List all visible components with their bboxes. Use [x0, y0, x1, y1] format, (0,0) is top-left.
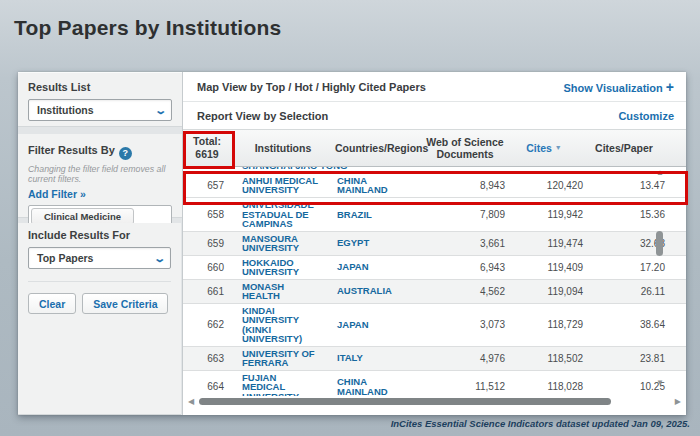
table-body: SHANGHAI JIAO TONG 657ANHUI MEDICAL UNIV…: [183, 167, 686, 396]
results-list-dropdown[interactable]: Institutions ⌄: [28, 99, 172, 121]
rank-number: 657: [183, 180, 231, 191]
horizontal-scrollbar: ◀ ▶: [183, 395, 686, 408]
column-header-cites-per-paper: Cites/Paper: [583, 142, 665, 154]
results-list-value: Institutions: [37, 104, 94, 116]
filter-section: Filter Results By? Changing the filter f…: [18, 134, 182, 218]
include-results-section: Include Results For Top Papers ⌄ Clear S…: [18, 223, 181, 415]
vertical-scrollbar-thumb[interactable]: [656, 231, 663, 256]
help-icon[interactable]: ?: [119, 147, 132, 160]
include-results-label: Include Results For: [28, 229, 171, 241]
rank-number: 664: [183, 381, 231, 392]
horizontal-scroll-left-arrow[interactable]: ◀: [183, 397, 199, 406]
map-view-label: Map View by Top / Hot / Highly Cited Pap…: [197, 81, 426, 93]
rank-number: 661: [183, 286, 231, 297]
filter-note: Changing the filter field removes all cu…: [28, 164, 168, 184]
table-row-664: 664FUJIAN MEDICAL UNIVERSITYCHINA MAINLA…: [183, 370, 686, 397]
main-content: Map View by Top / Hot / Highly Cited Pap…: [183, 72, 686, 415]
institution-link[interactable]: MONASH HEALTH: [231, 282, 335, 301]
documents-value: 6,943: [425, 262, 505, 273]
country-link[interactable]: EGYPT: [335, 238, 425, 248]
cites-value: 119,474: [505, 238, 583, 249]
rank-number: 659: [183, 238, 231, 249]
table-row-659: 659MANSOURA UNIVERSITYEGYPT3,661119,4743…: [183, 231, 686, 255]
include-results-value: Top Papers: [37, 252, 93, 264]
save-criteria-button[interactable]: Save Criteria: [82, 293, 168, 314]
cites-per-paper-value: 26.11: [583, 286, 665, 297]
page-title: Top Papers by Institutions: [14, 16, 281, 40]
documents-value: 8,943: [425, 180, 505, 191]
cites-per-paper-value: 15.36: [583, 209, 665, 220]
country-link[interactable]: JAPAN: [335, 262, 425, 272]
institution-link[interactable]: KINDAI UNIVERSITY (KINKI UNIVERSITY): [231, 306, 335, 344]
cites-value: 119,942: [505, 209, 583, 220]
content-panel: Results List Institutions ⌄ Filter Resul…: [18, 72, 686, 415]
cites-value: 120,420: [505, 180, 583, 191]
add-filter-link[interactable]: Add Filter »: [28, 188, 86, 200]
documents-value: 11,512: [425, 381, 505, 392]
column-header-documents: Web of Science Documents: [425, 136, 505, 160]
cites-value: 118,502: [505, 353, 583, 364]
filter-results-label: Filter Results By: [28, 144, 115, 156]
institution-link[interactable]: MANSOURA UNIVERSITY: [231, 234, 335, 253]
rank-number: 662: [183, 319, 231, 330]
cites-per-paper-value: 17.20: [583, 262, 665, 273]
results-list-label: Results List: [28, 81, 172, 93]
institution-link[interactable]: UNIVERSITY OF FERRARA: [231, 349, 335, 368]
sidebar: Results List Institutions ⌄ Filter Resul…: [18, 72, 183, 415]
column-header-institutions: Institutions: [231, 142, 335, 154]
cites-per-paper-value: 13.47: [583, 180, 665, 191]
filter-tag-clinical-medicine[interactable]: Clinical Medicine: [31, 208, 134, 225]
cites-per-paper-value: 38.64: [583, 319, 665, 330]
clear-button[interactable]: Clear: [28, 293, 76, 314]
total-count: Total:6619: [183, 135, 231, 161]
rank-number: 660: [183, 262, 231, 273]
country-link[interactable]: CHINA MAINLAND: [335, 377, 425, 396]
country-link[interactable]: AUSTRALIA: [335, 286, 425, 296]
sort-descending-icon: ▼: [555, 144, 562, 151]
chevron-down-icon: ⌄: [153, 253, 166, 263]
institution-link[interactable]: FUJIAN MEDICAL UNIVERSITY: [231, 373, 335, 397]
cites-value: 118,028: [505, 381, 583, 392]
table-row-661: 661MONASH HEALTHAUSTRALIA4,562119,09426.…: [183, 279, 686, 303]
table-row-662: 662KINDAI UNIVERSITY (KINKI UNIVERSITY)J…: [183, 303, 686, 346]
institution-link[interactable]: HOKKAIDO UNIVERSITY: [231, 258, 335, 277]
include-results-dropdown[interactable]: Top Papers ⌄: [28, 247, 171, 269]
horizontal-scroll-right-arrow[interactable]: ▶: [670, 397, 686, 406]
cites-per-paper-value: 10.25: [583, 381, 665, 392]
vertical-scroll-down-arrow[interactable]: ▼: [656, 378, 664, 387]
vertical-scroll-up-arrow[interactable]: ▲: [656, 168, 664, 177]
documents-value: 4,562: [425, 286, 505, 297]
country-link[interactable]: BRAZIL: [335, 210, 425, 220]
table-header: Total:6619 Institutions Countries/Region…: [183, 130, 686, 167]
column-header-countries: Countries/Regions: [335, 142, 425, 154]
show-visualization-link[interactable]: Show Visualization+: [563, 79, 674, 95]
horizontal-scrollbar-thumb[interactable]: [199, 398, 611, 405]
column-header-cites[interactable]: Cites ▼: [505, 142, 583, 154]
institution-link[interactable]: ANHUI MEDICAL UNIVERSITY: [231, 176, 335, 195]
cites-per-paper-value: 32.63: [583, 238, 665, 249]
country-link[interactable]: JAPAN: [335, 320, 425, 330]
dataset-footer-note: InCites Essential Science Indicators dat…: [391, 418, 690, 429]
rank-number: 658: [183, 209, 231, 220]
chevron-down-icon: ⌄: [154, 105, 167, 115]
documents-value: 3,073: [425, 319, 505, 330]
country-link[interactable]: CHINA MAINLAND: [335, 176, 425, 195]
map-view-bar: Map View by Top / Hot / Highly Cited Pap…: [183, 72, 686, 102]
customize-link[interactable]: Customize: [618, 110, 674, 122]
country-link[interactable]: ITALY: [335, 353, 425, 363]
report-view-bar: Report View by Selection Customize: [183, 102, 686, 130]
cites-per-paper-value: 23.81: [583, 353, 665, 364]
table-row-663: 663UNIVERSITY OF FERRARAITALY4,976118,50…: [183, 346, 686, 370]
documents-value: 7,809: [425, 209, 505, 220]
documents-value: 3,661: [425, 238, 505, 249]
rank-number: 663: [183, 353, 231, 364]
cites-value: 119,094: [505, 286, 583, 297]
results-list-section: Results List Institutions ⌄: [18, 72, 182, 127]
plus-icon: +: [666, 79, 674, 95]
table-row-660: 660HOKKAIDO UNIVERSITYJAPAN6,943119,4091…: [183, 255, 686, 279]
cites-value: 119,409: [505, 262, 583, 273]
cites-value: 118,729: [505, 319, 583, 330]
institution-link[interactable]: UNIVERSIDADE ESTADUAL DE CAMPINAS: [231, 200, 335, 229]
report-view-label: Report View by Selection: [197, 110, 328, 122]
partial-row-text: SHANGHAI JIAO TONG: [242, 167, 686, 171]
